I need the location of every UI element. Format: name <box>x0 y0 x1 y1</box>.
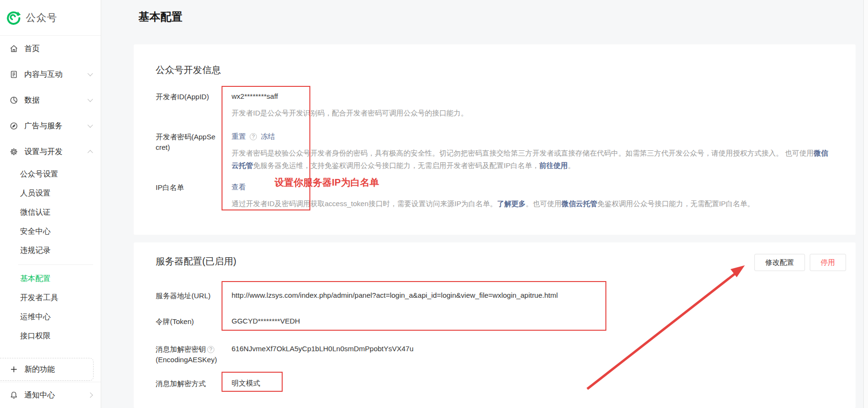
appid-row: 开发者ID(AppID) wx2********saff 开发者ID是公众号开发… <box>156 92 834 119</box>
section-title-dev-info: 公众号开发信息 <box>156 63 834 76</box>
sidebar-item-new-feature[interactable]: 新的功能 <box>0 358 94 381</box>
sidebar-subitem-api-permissions[interactable]: 接口权限 <box>0 326 101 345</box>
chevron-right-icon <box>87 392 93 398</box>
aeskey-value: 616NJvmeXf7OkLA5yCp1bLH0Ln0smDmPpobtYsVX… <box>232 344 834 354</box>
sidebar-item-label: 内容与互动 <box>24 70 88 80</box>
chevron-down-icon <box>87 122 93 127</box>
chevron-up-icon <box>87 150 93 155</box>
appsecret-label: 开发者密码(AppSecret) <box>156 132 218 153</box>
sidebar-item-settings[interactable]: 设置与开发 <box>0 139 101 165</box>
sidebar-item-label: 通知中心 <box>24 390 88 400</box>
help-question-icon[interactable]: ? <box>250 133 257 140</box>
appid-label: 开发者ID(AppID) <box>156 92 218 102</box>
encrypt-mode-label: 消息加解密方式 <box>156 378 218 389</box>
token-label: 令牌(Token) <box>156 316 218 327</box>
aeskey-label-line1: 消息加解密密钥 <box>156 345 206 353</box>
chevron-down-icon <box>87 71 93 76</box>
view-whitelist-link[interactable]: 查看 <box>232 183 246 191</box>
token-row: 令牌(Token) GGCYD********VEDH <box>156 316 834 327</box>
server-url-label: 服务器地址(URL) <box>156 291 218 301</box>
page-title: 基本配置 <box>138 10 182 24</box>
learn-more-link[interactable]: 了解更多 <box>497 199 526 208</box>
help-question-icon[interactable]: ? <box>207 346 214 353</box>
sidebar-subitem-security-center[interactable]: 安全中心 <box>0 222 101 241</box>
appid-desc: 开发者ID是公众号开发识别码，配合开发者密码可调用公众号的接口能力。 <box>232 107 834 119</box>
plus-icon <box>10 366 18 373</box>
aeskey-label-line2: (EncodingAESKey) <box>156 355 218 365</box>
sidebar-item-label: 数据 <box>24 95 88 105</box>
encrypt-mode-value: 明文模式 <box>232 378 834 388</box>
compass-icon <box>10 122 18 130</box>
bell-icon <box>10 391 18 399</box>
sidebar-subitem-violation-records[interactable]: 违规记录 <box>0 241 101 260</box>
sidebar-item-home[interactable]: 首页 <box>0 36 101 62</box>
home-icon <box>10 44 18 53</box>
sidebar-subitem-account-settings[interactable]: 公众号设置 <box>0 165 101 184</box>
ip-whitelist-desc: 通过开发者ID及密码调用获取access_token接口时，需要设置访问来源IP… <box>232 198 834 210</box>
settings-submenu: 公众号设置 人员设置 微信认证 安全中心 违规记录 基本配置 开发者工具 运维中… <box>0 165 101 345</box>
sidebar: 公众号 首页 内容与互动 <box>0 0 101 408</box>
dev-info-card: 公众号开发信息 开发者ID(AppID) wx2********saff 开发者… <box>134 44 856 235</box>
ip-desc-text: 。也可使用 <box>526 199 561 208</box>
sidebar-item-content[interactable]: 内容与互动 <box>0 62 101 87</box>
appid-value: wx2********saff <box>232 92 834 101</box>
cloud-hosting-link[interactable]: 微信云托管 <box>561 199 597 208</box>
sidebar-item-label: 新的功能 <box>24 365 55 375</box>
appsecret-desc-text: 免服务器免运维，支持免鉴权调用公众号接口能力，无需启用开发者密码及配置IP白名单… <box>253 161 539 169</box>
server-config-card: 服务器配置(已启用) 修改配置 停用 服务器地址(URL) http://www… <box>134 242 856 408</box>
gear-icon <box>10 147 18 156</box>
ip-whitelist-row: IP白名单 查看 通过开发者ID及密码调用获取access_token接口时，需… <box>156 182 834 210</box>
sidebar-subitem-developer-tools[interactable]: 开发者工具 <box>0 288 101 307</box>
sidebar-item-data[interactable]: 数据 <box>0 87 101 113</box>
sidebar-item-label: 广告与服务 <box>24 121 88 131</box>
brand-header: 公众号 <box>0 0 101 36</box>
modify-config-button[interactable]: 修改配置 <box>754 254 805 271</box>
sidebar-item-ads[interactable]: 广告与服务 <box>0 113 101 139</box>
sidebar-subitem-wechat-verify[interactable]: 微信认证 <box>0 203 101 222</box>
appsecret-desc-text: 开发者密码是校验公众号开发者身份的密码，具有极高的安全性。切记勿把密码直接交给第… <box>232 149 814 157</box>
server-url-value: http://www.lzsys.com/index.php/admin/pan… <box>232 291 834 300</box>
document-icon <box>10 70 18 79</box>
go-use-link[interactable]: 前往使用 <box>539 161 568 169</box>
disable-button[interactable]: 停用 <box>810 254 846 271</box>
section-title-server-config: 服务器配置(已启用) <box>156 255 834 268</box>
ip-whitelist-label: IP白名单 <box>156 182 218 193</box>
sidebar-item-notification-center[interactable]: 通知中心 <box>0 382 101 408</box>
encrypt-mode-row: 消息加解密方式 明文模式 <box>156 378 834 389</box>
ip-desc-text: 免鉴权调用公众号接口能力，无需配置IP白名单。 <box>597 199 754 208</box>
scrollbar[interactable] <box>863 0 868 408</box>
sidebar-subitem-basic-config[interactable]: 基本配置 <box>0 269 101 288</box>
brand-name: 公众号 <box>26 11 57 24</box>
token-value: GGCYD********VEDH <box>232 316 834 326</box>
appsecret-row: 开发者密码(AppSecret) 重置?冻结 开发者密码是校验公众号开发者身份的… <box>156 132 834 172</box>
chevron-down-icon <box>87 96 93 102</box>
freeze-secret-link[interactable]: 冻结 <box>261 132 275 140</box>
sidebar-item-label: 设置与开发 <box>24 147 88 157</box>
sidebar-subitem-ops-center[interactable]: 运维中心 <box>0 307 101 326</box>
aeskey-label: 消息加解密密钥? (EncodingAESKey) <box>156 344 218 365</box>
appsecret-desc-text: 。 <box>568 161 575 169</box>
pie-chart-icon <box>10 96 18 105</box>
sidebar-subitem-staff-settings[interactable]: 人员设置 <box>0 184 101 203</box>
reset-secret-link[interactable]: 重置 <box>232 132 246 140</box>
wechat-official-account-logo-icon <box>6 10 21 25</box>
sidebar-nav: 首页 内容与互动 数据 <box>0 36 101 408</box>
sidebar-item-label: 首页 <box>24 44 92 54</box>
aeskey-row: 消息加解密密钥? (EncodingAESKey) 616NJvmeXf7OkL… <box>156 344 834 365</box>
submenu-divider <box>18 264 93 265</box>
appsecret-desc: 开发者密码是校验公众号开发者身份的密码，具有极高的安全性。切记勿把密码直接交给第… <box>232 147 834 172</box>
ip-desc-text: 通过开发者ID及密码调用获取access_token接口时，需要设置访问来源IP… <box>232 199 497 208</box>
server-url-row: 服务器地址(URL) http://www.lzsys.com/index.ph… <box>156 291 834 301</box>
